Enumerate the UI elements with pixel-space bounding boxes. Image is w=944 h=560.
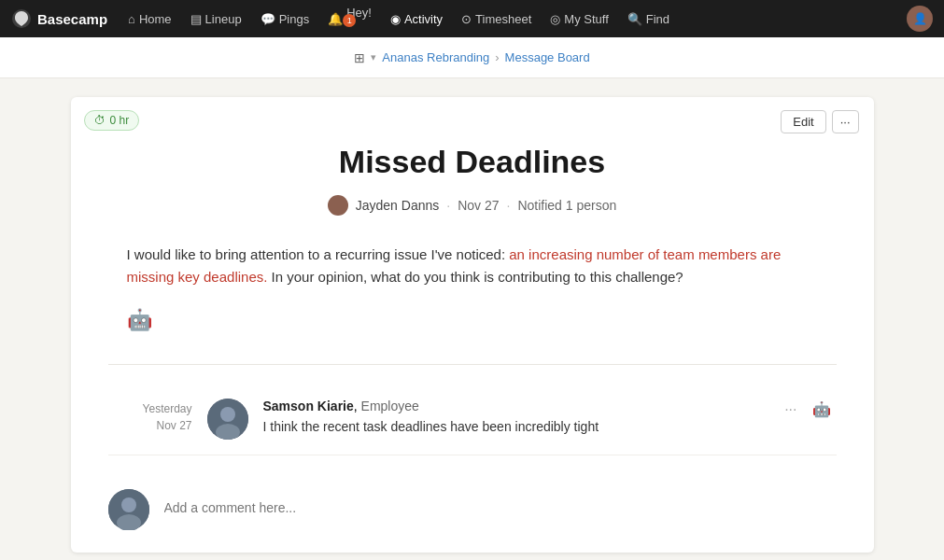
home-icon: ⌂	[128, 12, 135, 26]
timer-label: 0 hr	[110, 114, 130, 127]
comment-section: Yesterday Nov 27 Samson Kiarie, Employee	[71, 365, 874, 474]
pings-icon: 💬	[261, 12, 275, 26]
timer-badge[interactable]: ⏱ 0 hr	[84, 110, 140, 131]
breadcrumb-chevron: ▾	[371, 51, 376, 63]
breadcrumb-project[interactable]: Ananas Rebranding	[382, 50, 489, 64]
nav-hey[interactable]: 🔔 Hey! 1	[320, 2, 379, 36]
grid-icon[interactable]: ⊞	[354, 50, 365, 65]
comment-react-button[interactable]: 🤖	[807, 399, 837, 420]
comment-more-button[interactable]: ···	[779, 399, 802, 420]
edit-button[interactable]: Edit	[781, 110, 825, 133]
nav-mystuff[interactable]: ◎ My Stuff	[542, 8, 615, 30]
activity-icon: ◉	[390, 12, 401, 26]
svg-point-2	[220, 407, 235, 422]
comment-timestamp: Yesterday Nov 27	[108, 399, 192, 440]
nav-find[interactable]: 🔍 Find	[620, 8, 677, 30]
nav-timesheet[interactable]: ⊙ Timesheet	[454, 8, 539, 30]
comment-actions: ··· 🤖	[779, 399, 836, 420]
add-comment-input[interactable]	[164, 489, 837, 526]
user-avatar[interactable]: 👤	[907, 6, 933, 32]
breadcrumb-separator: ›	[495, 50, 499, 64]
content-area: ⏱ 0 hr Edit ··· Missed Deadlines Jayden …	[0, 78, 944, 560]
post-author-avatar	[328, 195, 348, 216]
post-meta: Jayden Danns · Nov 27 · Notified 1 perso…	[127, 195, 818, 216]
hey-badge: 1	[343, 14, 356, 27]
nav-activity[interactable]: ◉ Activity	[383, 8, 450, 30]
hey-icon: 🔔	[328, 12, 343, 26]
comment-item: Yesterday Nov 27 Samson Kiarie, Employee	[108, 384, 837, 455]
breadcrumb-section[interactable]: Message Board	[505, 50, 590, 64]
post-body-rest: In your opinion, what do you think is co…	[267, 269, 683, 285]
post-date: Nov 27	[458, 198, 499, 213]
comment-content: Samson Kiarie, Employee I think the rece…	[263, 399, 837, 440]
post-meta-dot2: ·	[507, 198, 511, 213]
nav-home[interactable]: ⌂ Home	[120, 8, 179, 30]
post-emoji[interactable]: 🤖	[127, 303, 818, 336]
mystuff-icon: ◎	[550, 12, 560, 26]
timesheet-icon: ⊙	[461, 12, 472, 26]
post-header: Missed Deadlines Jayden Danns · Nov 27 ·…	[71, 97, 874, 234]
add-comment-row	[71, 474, 874, 553]
post-author-name: Jayden Danns	[356, 198, 440, 213]
post-card: ⏱ 0 hr Edit ··· Missed Deadlines Jayden …	[71, 97, 874, 553]
breadcrumb-bar: ⊞ ▾ Ananas Rebranding › Message Board	[0, 37, 944, 78]
comment-text: I think the recent task deadlines have b…	[263, 417, 837, 437]
comment-timestamp-line1: Yesterday	[108, 400, 192, 417]
comment-timestamp-line2: Nov 27	[108, 417, 192, 434]
top-actions: Edit ···	[781, 110, 858, 133]
find-icon: 🔍	[627, 12, 642, 26]
comment-author: Samson Kiarie, Employee	[263, 399, 837, 413]
post-meta-dot1: ·	[446, 198, 450, 213]
post-body-plain: I would like to bring attention to a rec…	[127, 246, 510, 262]
comment-avatar	[207, 399, 248, 440]
lineup-icon: ▤	[190, 12, 202, 26]
nav-pings[interactable]: 💬 Pings	[253, 8, 317, 30]
svg-point-5	[121, 497, 136, 512]
post-notified: Notified 1 person	[517, 198, 616, 213]
more-button[interactable]: ···	[832, 110, 859, 133]
logo[interactable]: Basecamp	[11, 8, 107, 29]
comment-author-role: Employee	[361, 399, 419, 413]
topnav: Basecamp ⌂ Home ▤ Lineup 💬 Pings 🔔 Hey! …	[0, 0, 944, 37]
add-comment-avatar	[108, 489, 149, 530]
timer-icon: ⏱	[94, 114, 106, 127]
comment-author-name: Samson Kiarie	[263, 399, 354, 413]
post-title: Missed Deadlines	[127, 144, 818, 180]
post-body: I would like to bring attention to a rec…	[71, 234, 874, 364]
nav-lineup[interactable]: ▤ Lineup	[183, 8, 249, 30]
